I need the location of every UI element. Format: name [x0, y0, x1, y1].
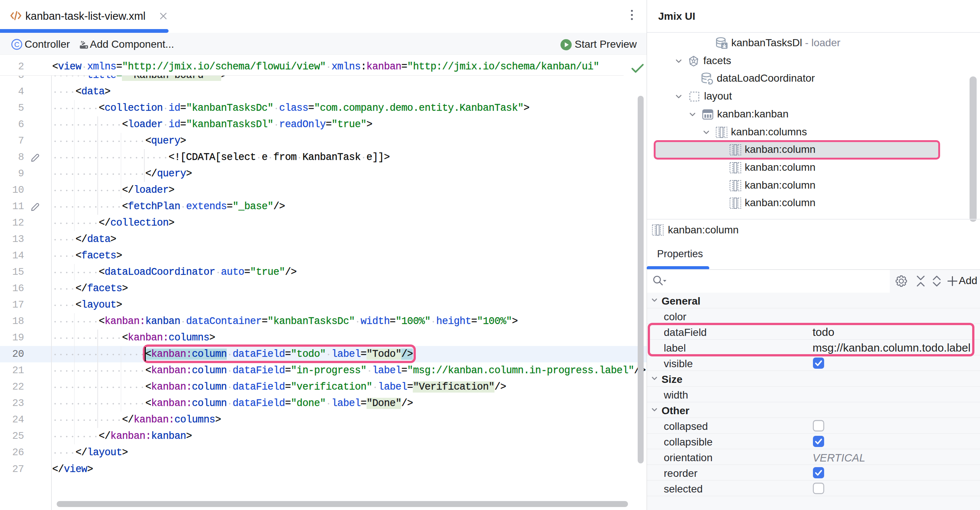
- svg-text:C: C: [14, 41, 19, 48]
